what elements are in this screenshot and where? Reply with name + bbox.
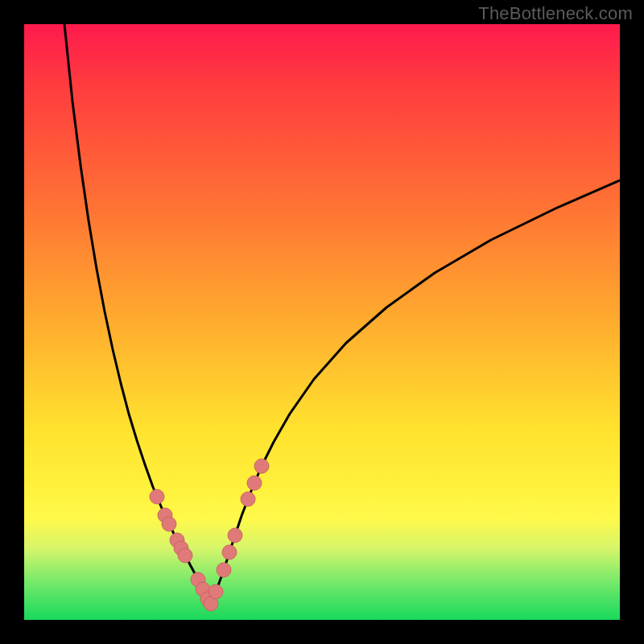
curve-right-curve — [211, 180, 620, 604]
watermark-text: TheBottleneck.com — [478, 3, 633, 24]
marker-point — [241, 492, 255, 506]
marker-point — [247, 476, 262, 490]
marker-point — [217, 563, 231, 577]
marker-point — [208, 584, 223, 599]
marker-point — [178, 548, 192, 563]
marker-group — [150, 459, 269, 611]
curve-overlay — [24, 24, 620, 620]
marker-point — [222, 545, 237, 559]
marker-point — [150, 489, 164, 504]
curve-group — [64, 24, 620, 604]
marker-point — [254, 459, 269, 473]
marker-point — [162, 517, 176, 531]
marker-point — [228, 528, 242, 543]
curve-left-curve — [64, 24, 211, 604]
